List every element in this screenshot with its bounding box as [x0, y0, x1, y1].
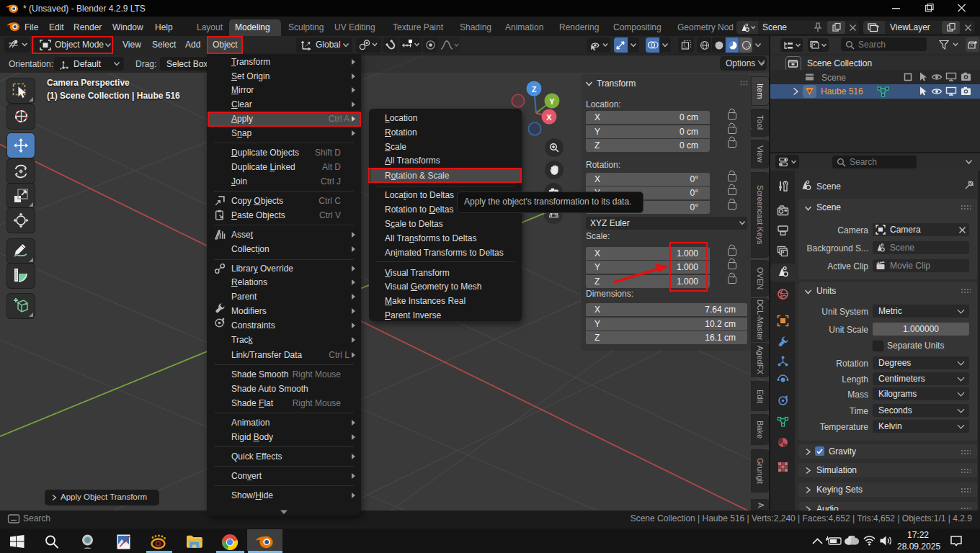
svg-text:Y: Y	[549, 97, 555, 106]
svg-text:X: X	[546, 113, 552, 122]
svg-text:Z: Z	[532, 85, 537, 94]
